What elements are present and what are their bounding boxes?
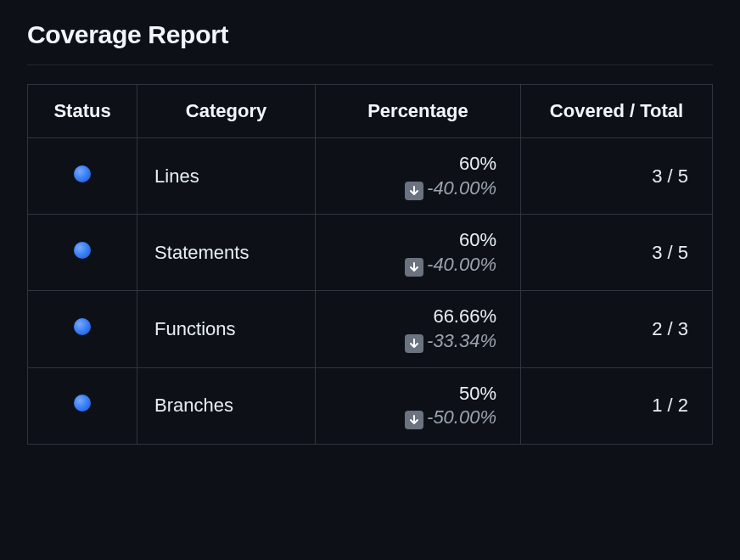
table-header-row: Status Category Percentage Covered / Tot…	[28, 85, 713, 138]
percentage-delta: -33.34%	[405, 330, 496, 351]
category-cell: Lines	[137, 138, 316, 215]
percentage-cell: 60% -40.00%	[315, 138, 520, 215]
table-row: Functions 66.66% -33.34% 2 / 3	[28, 291, 713, 367]
percentage-value: 60%	[333, 152, 496, 176]
delta-value: -50.00%	[427, 406, 496, 428]
col-header-category: Category	[137, 85, 316, 138]
category-cell: Functions	[137, 291, 316, 367]
arrow-down-icon	[405, 411, 423, 429]
percentage-value: 60%	[333, 228, 496, 253]
delta-value: -33.34%	[427, 330, 496, 351]
category-cell: Branches	[137, 367, 316, 444]
col-header-covered: Covered / Total	[521, 85, 713, 138]
status-dot-icon	[74, 165, 91, 182]
page-title: Coverage Report	[27, 20, 713, 49]
percentage-delta: -50.00%	[405, 406, 496, 428]
status-cell	[28, 367, 137, 444]
category-cell: Statements	[137, 215, 316, 291]
table-row: Lines 60% -40.00% 3 / 5	[28, 138, 713, 215]
coverage-table: Status Category Percentage Covered / Tot…	[27, 84, 713, 445]
status-dot-icon	[74, 395, 91, 412]
percentage-value: 66.66%	[333, 305, 496, 329]
arrow-down-icon	[405, 258, 423, 277]
delta-value: -40.00%	[427, 254, 496, 275]
status-cell	[28, 291, 137, 367]
covered-cell: 2 / 3	[521, 291, 713, 367]
percentage-cell: 50% -50.00%	[315, 367, 520, 444]
table-row: Statements 60% -40.00% 3 / 5	[28, 215, 713, 291]
divider	[27, 64, 713, 65]
col-header-status: Status	[28, 85, 137, 138]
delta-value: -40.00%	[427, 177, 496, 199]
percentage-value: 50%	[333, 382, 496, 406]
covered-cell: 1 / 2	[521, 367, 713, 444]
percentage-cell: 60% -40.00%	[315, 215, 520, 291]
status-dot-icon	[74, 318, 91, 335]
arrow-down-icon	[405, 182, 423, 200]
percentage-cell: 66.66% -33.34%	[315, 291, 520, 367]
status-cell	[28, 138, 137, 215]
arrow-down-icon	[405, 334, 423, 353]
percentage-delta: -40.00%	[405, 177, 496, 199]
percentage-delta: -40.00%	[405, 254, 496, 275]
col-header-percentage: Percentage	[315, 85, 520, 138]
covered-cell: 3 / 5	[521, 138, 713, 215]
status-dot-icon	[74, 242, 91, 259]
covered-cell: 3 / 5	[521, 215, 713, 291]
table-row: Branches 50% -50.00% 1 / 2	[28, 367, 713, 444]
status-cell	[28, 215, 137, 291]
